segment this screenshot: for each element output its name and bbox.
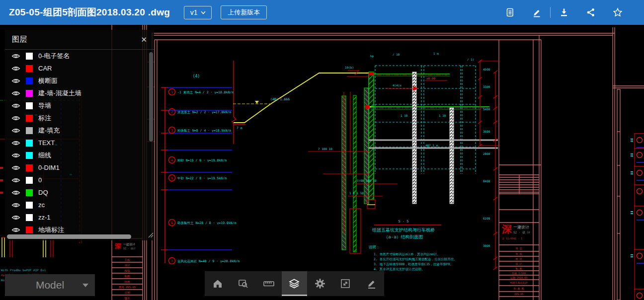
layer-row[interactable]: 横断面 bbox=[5, 75, 154, 87]
dwg-viewer-app: (4) 1 2 3 4 5 6 7 -1 素填土 N=4 ∕ 2 · γ=18.… bbox=[0, 0, 644, 300]
layer-color-swatch[interactable] bbox=[26, 127, 33, 134]
caret-down-icon bbox=[82, 284, 88, 287]
layer-color-swatch[interactable] bbox=[26, 102, 33, 109]
layer-row[interactable]: 导墙 bbox=[5, 99, 154, 112]
diaphragm-walls bbox=[342, 72, 375, 253]
svg-text:7: 7 bbox=[171, 259, 173, 263]
layer-color-swatch[interactable] bbox=[26, 53, 33, 60]
layer-row[interactable]: 0-电子签名 bbox=[5, 50, 154, 62]
svg-text:一建设计: 一建设计 bbox=[513, 225, 529, 229]
layer-row[interactable]: TEXT bbox=[5, 137, 154, 149]
layer-row[interactable]: zz-1 bbox=[5, 211, 154, 224]
layer-row[interactable]: DQ bbox=[5, 186, 154, 199]
upload-new-version-button[interactable]: 上传新版本 bbox=[221, 5, 267, 19]
layer-row[interactable]: 0-DIM1 bbox=[5, 161, 154, 174]
layer-color-swatch[interactable] bbox=[26, 152, 33, 159]
svg-text:日期 2018.03: 日期 2018.03 bbox=[510, 276, 527, 280]
layer-row[interactable]: 建-填充 bbox=[5, 124, 154, 137]
svg-text:工程: 工程 bbox=[125, 258, 131, 262]
panel-resize-handle[interactable] bbox=[148, 231, 154, 240]
layer-row[interactable]: 建-墙-混凝土墙 bbox=[5, 87, 154, 99]
svg-text:4B7 1 m: 4B7 1 m bbox=[425, 144, 438, 147]
svg-text:4500: 4500 bbox=[483, 68, 490, 71]
svg-text:一建设计: 一建设计 bbox=[123, 242, 135, 246]
layers-panel: 图层 ✕ 0-电子签名 CAR 横断面 建-墙-混凝土墙 导墙 标注 建-填充 … bbox=[5, 30, 154, 240]
layer-color-swatch[interactable] bbox=[26, 115, 33, 122]
eye-icon[interactable] bbox=[11, 53, 20, 59]
layer-color-swatch[interactable] bbox=[26, 90, 33, 97]
eye-icon[interactable] bbox=[11, 215, 20, 221]
horizontal-scrollbar[interactable] bbox=[7, 234, 131, 239]
gear-icon bbox=[314, 278, 326, 290]
fullscreen-button[interactable] bbox=[333, 271, 359, 296]
svg-text:审 定: 审 定 bbox=[515, 247, 522, 250]
model-label: Model bbox=[36, 279, 64, 291]
layers-panel-title: 图层 bbox=[12, 35, 27, 44]
layer-color-swatch[interactable] bbox=[26, 214, 33, 221]
eye-icon[interactable] bbox=[11, 165, 20, 171]
chevron-down-icon bbox=[201, 11, 206, 14]
layer-color-swatch[interactable] bbox=[26, 177, 33, 184]
svg-text:3600: 3600 bbox=[483, 130, 490, 133]
pen-icon bbox=[532, 7, 542, 17]
eye-icon[interactable] bbox=[11, 103, 20, 109]
vertical-scrollbar[interactable] bbox=[149, 52, 153, 142]
eye-icon[interactable] bbox=[11, 78, 20, 84]
eye-icon[interactable] bbox=[11, 202, 20, 208]
svg-text:3: 3 bbox=[171, 129, 173, 133]
svg-text:深: 深 bbox=[501, 223, 512, 235]
model-space-dropdown[interactable]: Model bbox=[5, 274, 95, 296]
layer-color-swatch[interactable] bbox=[26, 77, 33, 84]
star-icon bbox=[612, 7, 623, 18]
document-info-button[interactable] bbox=[496, 0, 523, 25]
svg-text:中砂 N=22 ∕ 8 · γ=19.5kN/m: 中砂 N=22 ∕ 8 · γ=19.5kN/m bbox=[177, 176, 227, 180]
layer-row[interactable]: 细线 bbox=[5, 149, 154, 161]
svg-text:图号 Z05-05: 图号 Z05-05 bbox=[119, 286, 136, 289]
layer-row[interactable]: 标注 bbox=[5, 112, 154, 124]
soil-table: (4) 1 2 3 4 5 6 7 -1 素填土 N=4 ∕ 2 · γ=18.… bbox=[161, 61, 240, 264]
share-button[interactable] bbox=[577, 0, 604, 25]
home-view-button[interactable] bbox=[205, 271, 231, 296]
eye-icon[interactable] bbox=[11, 66, 20, 72]
eye-icon[interactable] bbox=[11, 190, 20, 196]
eye-icon[interactable] bbox=[11, 140, 20, 146]
measure-button[interactable] bbox=[256, 271, 282, 296]
eye-icon[interactable] bbox=[11, 152, 20, 158]
svg-text:1 10: 1 10 bbox=[401, 114, 408, 117]
dimension-chains bbox=[478, 60, 499, 270]
annotations: hp ∕ 10 1 m ∕ 1) 4(4)± 1 10 1 10 4B7 1 m… bbox=[308, 52, 474, 233]
eye-icon[interactable] bbox=[11, 128, 20, 134]
layer-color-swatch[interactable] bbox=[26, 202, 33, 209]
svg-text:剖 面 图: 剖 面 图 bbox=[513, 287, 524, 291]
settings-button[interactable] bbox=[307, 271, 333, 296]
eye-icon[interactable] bbox=[11, 177, 20, 183]
zoom-window-button[interactable] bbox=[231, 271, 256, 296]
eye-icon[interactable] bbox=[11, 90, 20, 96]
eye-icon[interactable] bbox=[11, 227, 20, 233]
svg-text:设计: 设计 bbox=[125, 264, 131, 267]
eye-icon[interactable] bbox=[11, 115, 20, 121]
layer-color-swatch[interactable] bbox=[26, 189, 33, 196]
layer-name: 标注 bbox=[38, 114, 51, 123]
svg-text:（a-a）结构剖面图: （a-a）结构剖面图 bbox=[384, 234, 423, 239]
markup-button[interactable] bbox=[523, 0, 550, 25]
svg-text:校 对: 校 对 bbox=[515, 257, 522, 260]
download-button[interactable] bbox=[551, 0, 577, 25]
layer-name: 0-电子签名 bbox=[38, 52, 70, 61]
svg-text:(4B) 1.666: (4B) 1.666 bbox=[270, 97, 290, 101]
layer-row[interactable]: CAR bbox=[5, 62, 154, 75]
svg-text:2: 2 bbox=[171, 110, 173, 114]
layer-color-swatch[interactable] bbox=[26, 65, 33, 72]
svg-text:深: 深 bbox=[114, 242, 122, 250]
layer-row[interactable]: 0 bbox=[5, 174, 154, 186]
layer-color-swatch[interactable] bbox=[26, 140, 33, 147]
close-icon[interactable]: ✕ bbox=[141, 36, 147, 43]
layer-row[interactable]: zc bbox=[5, 199, 154, 211]
version-dropdown[interactable]: v1 bbox=[184, 6, 212, 19]
layer-color-swatch[interactable] bbox=[26, 226, 33, 233]
layers-button[interactable] bbox=[282, 271, 308, 296]
markup-edit-button[interactable] bbox=[358, 271, 384, 296]
svg-text:6: 6 bbox=[171, 221, 173, 225]
layer-color-swatch[interactable] bbox=[26, 164, 33, 171]
favorite-button[interactable] bbox=[604, 0, 631, 25]
